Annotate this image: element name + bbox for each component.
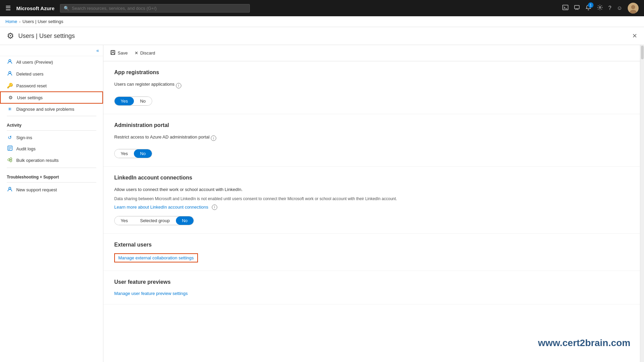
sidebar-item-diagnose[interactable]: ✳ Diagnose and solve problems <box>0 104 103 114</box>
users-register-no[interactable]: No <box>134 97 152 105</box>
sidebar-divider-4 <box>7 182 96 183</box>
users-register-info-icon[interactable]: i <box>176 83 181 88</box>
sidebar-item-password-reset[interactable]: 🔑 Password reset <box>0 80 103 91</box>
breadcrumb: Home › Users | User settings <box>0 16 644 27</box>
sidebar-item-all-users[interactable]: All users (Preview) <box>0 56 103 68</box>
audit-logs-icon <box>7 146 13 152</box>
breadcrumb-separator: › <box>19 20 21 24</box>
sidebar-label-new-support: New support request <box>16 187 57 192</box>
svg-rect-0 <box>563 5 568 10</box>
svg-line-17 <box>10 160 10 161</box>
sidebar-item-sign-ins[interactable]: ↺ Sign-ins <box>0 132 103 143</box>
feedback-icon[interactable] <box>574 4 580 12</box>
sign-ins-icon: ↺ <box>7 135 13 140</box>
svg-point-15 <box>10 160 12 162</box>
svg-line-16 <box>10 159 10 160</box>
restrict-access-no[interactable]: No <box>134 149 152 158</box>
page-header: ⚙ Users | User settings ✕ <box>0 27 644 45</box>
restrict-access-info-icon[interactable]: i <box>211 135 216 141</box>
all-users-icon <box>7 59 13 65</box>
sidebar-label-all-users: All users (Preview) <box>16 60 53 65</box>
linkedin-no[interactable]: No <box>176 216 194 225</box>
notification-icon[interactable]: 1 <box>585 4 591 12</box>
sidebar-divider-3 <box>7 168 96 168</box>
sidebar-item-bulk-operation[interactable]: Bulk operation results <box>0 154 103 166</box>
sidebar-section-activity: Activity <box>0 118 103 129</box>
sidebar-item-deleted-users[interactable]: Deleted users <box>0 68 103 80</box>
search-input[interactable] <box>72 6 246 11</box>
sidebar-item-audit-logs[interactable]: Audit logs <box>0 143 103 154</box>
content-area: Save ✕ Discard App registrations Users c… <box>103 45 640 362</box>
svg-rect-21 <box>112 53 114 55</box>
smiley-icon[interactable]: ☺ <box>617 5 622 11</box>
section-app-registrations: App registrations Users can register app… <box>103 61 640 114</box>
scrollbar-area[interactable] <box>640 45 644 362</box>
sidebar: « All users (Preview) Deleted users 🔑 Pa… <box>0 45 103 362</box>
discard-button[interactable]: ✕ Discard <box>135 49 155 57</box>
linkedin-desc-1: Allow users to connect their work or sch… <box>114 186 629 193</box>
svg-rect-2 <box>575 5 579 9</box>
top-navigation: ☰ Microsoft Azure 🔍 1 ? ☺ <box>0 0 644 16</box>
sidebar-label-bulk-operation: Bulk operation results <box>16 158 59 163</box>
topnav-icons: 1 ? ☺ <box>562 3 639 14</box>
sidebar-label-deleted-users: Deleted users <box>16 71 43 77</box>
manage-external-collaboration-link[interactable]: Manage external collaboration settings <box>114 253 198 262</box>
save-button[interactable]: Save <box>110 48 128 58</box>
password-reset-icon: 🔑 <box>7 83 13 89</box>
user-avatar[interactable] <box>628 3 639 14</box>
linkedin-learn-more-link[interactable]: Learn more about LinkedIn account connec… <box>114 205 208 210</box>
toolbar: Save ✕ Discard <box>103 45 640 61</box>
linkedin-selected-group[interactable]: Selected group <box>134 216 176 225</box>
sidebar-section-troubleshooting: Troubleshooting + Support <box>0 169 103 181</box>
user-feature-previews-title: User feature previews <box>114 279 629 285</box>
page-header-icon: ⚙ <box>7 31 14 41</box>
users-can-register-label: Users can register applications <box>114 81 175 88</box>
users-register-yes[interactable]: Yes <box>115 97 134 105</box>
linkedin-desc-2: Data sharing between Microsoft and Linke… <box>114 196 629 202</box>
hamburger-menu[interactable]: ☰ <box>5 4 11 12</box>
discard-label: Discard <box>140 50 155 56</box>
sidebar-collapse-area: « <box>0 45 103 56</box>
restrict-access-toggle: Yes No <box>114 149 152 158</box>
svg-point-5 <box>631 5 635 9</box>
new-support-icon <box>7 187 13 193</box>
page-title: Users | User settings <box>18 33 628 40</box>
user-settings-icon: ⚙ <box>7 95 14 100</box>
sidebar-label-diagnose: Diagnose and solve problems <box>16 107 74 112</box>
sidebar-item-new-support[interactable]: New support request <box>0 184 103 196</box>
bulk-operation-icon <box>7 157 13 164</box>
restrict-access-yes[interactable]: Yes <box>115 149 134 158</box>
sidebar-label-audit-logs: Audit logs <box>16 146 36 151</box>
svg-point-3 <box>599 7 601 8</box>
breadcrumb-current: Users | User settings <box>22 19 63 24</box>
external-users-title: External users <box>114 242 629 248</box>
manage-user-feature-preview-link[interactable]: Manage user feature preview settings <box>114 291 188 296</box>
close-button[interactable]: ✕ <box>632 32 637 40</box>
administration-portal-title: Administration portal <box>114 122 629 128</box>
linkedin-title: LinkedIn account connections <box>114 175 629 181</box>
linkedin-yes[interactable]: Yes <box>115 216 134 225</box>
sidebar-divider-1 <box>7 116 96 116</box>
svg-point-8 <box>9 71 11 73</box>
svg-rect-20 <box>112 50 114 52</box>
help-icon[interactable]: ? <box>608 5 611 11</box>
save-label: Save <box>118 50 128 56</box>
section-administration-portal: Administration portal Restrict access to… <box>103 114 640 167</box>
restrict-access-label: Restrict access to Azure AD administrati… <box>114 134 209 141</box>
settings-icon[interactable] <box>597 4 603 12</box>
terminal-icon[interactable] <box>562 4 568 12</box>
section-external-users: External users Manage external collabora… <box>103 234 640 271</box>
breadcrumb-home[interactable]: Home <box>5 19 17 24</box>
search-bar[interactable]: 🔍 <box>60 4 250 13</box>
sidebar-collapse-button[interactable]: « <box>96 48 99 53</box>
sidebar-label-sign-ins: Sign-ins <box>16 135 32 140</box>
app-registrations-title: App registrations <box>114 69 629 76</box>
app-title: Microsoft Azure <box>16 5 55 11</box>
sidebar-item-user-settings[interactable]: ⚙ User settings <box>0 91 103 104</box>
linkedin-info-icon[interactable]: i <box>212 205 217 210</box>
notification-badge: 1 <box>588 2 593 8</box>
section-user-feature-previews: User feature previews Manage user featur… <box>103 271 640 304</box>
svg-point-7 <box>9 60 11 62</box>
section-linkedin: LinkedIn account connections Allow users… <box>103 167 640 234</box>
svg-point-14 <box>10 158 12 160</box>
